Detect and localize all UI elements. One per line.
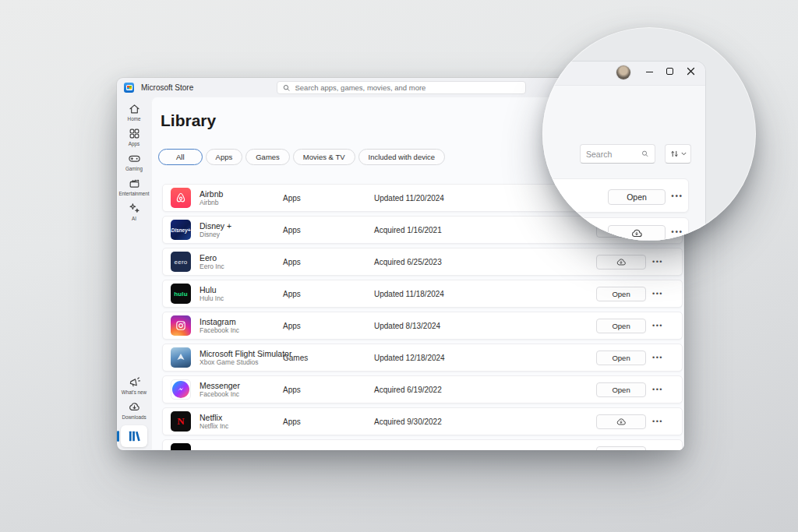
app-status: Acquired 6/19/2022 xyxy=(374,386,596,394)
app-status: Updated 12/18/2024 xyxy=(374,354,596,362)
download-button[interactable] xyxy=(596,414,646,429)
app-status: Acquired 4/21/2023 xyxy=(374,449,596,451)
app-status: Updated 8/13/2024 xyxy=(374,322,596,330)
more-options-button[interactable]: ••• xyxy=(669,192,686,200)
app-status: Acquired 9/30/2022 xyxy=(374,417,596,426)
disney-plus-app-icon: Disney+ xyxy=(171,220,191,240)
sidebar-item-ai[interactable]: AI xyxy=(118,202,150,221)
search-icon xyxy=(283,84,290,92)
filter-pill-apps[interactable]: Apps xyxy=(206,149,243,165)
store-search-box[interactable] xyxy=(277,81,526,94)
more-options-button[interactable]: ••• xyxy=(652,290,663,298)
gaming-icon xyxy=(128,152,141,165)
sidebar-label: Gaming xyxy=(125,166,143,171)
flight-simulator-app-icon xyxy=(171,347,191,368)
open-button[interactable]: Open xyxy=(596,351,646,365)
library-row-netflix: N NetflixNetflix Inc Apps Acquired 9/30/… xyxy=(162,407,683,435)
app-status: Updated 11/18/2024 xyxy=(374,290,596,298)
apps-icon xyxy=(128,127,141,140)
app-name: Disney + xyxy=(200,221,283,231)
sidebar-item-whats-new[interactable]: What's new xyxy=(118,375,150,395)
more-options-button[interactable]: ••• xyxy=(652,417,663,425)
sort-dropdown-button[interactable] xyxy=(665,144,691,164)
sidebar-item-apps[interactable]: Apps xyxy=(118,127,150,146)
app-type: Apps xyxy=(283,322,374,330)
open-button[interactable]: Open xyxy=(596,287,646,301)
library-row-messenger: MessengerFacebook Inc Apps Acquired 6/19… xyxy=(162,375,683,403)
library-books-icon xyxy=(127,429,141,443)
sidebar-label: Entertainment xyxy=(118,191,149,196)
icon-text: hulu xyxy=(174,291,188,298)
open-button[interactable]: Open xyxy=(596,319,646,333)
entertainment-icon xyxy=(128,177,141,190)
filter-pill-games[interactable]: Games xyxy=(245,149,290,165)
filter-pill-included[interactable]: Included with device xyxy=(358,149,446,165)
window-title: Microsoft Store xyxy=(141,83,193,92)
open-button[interactable]: Open xyxy=(596,382,646,397)
downloads-icon xyxy=(128,400,141,414)
chevron-down-icon xyxy=(681,151,687,157)
sidebar-item-entertainment[interactable]: Entertainment xyxy=(118,177,150,196)
icon-text: eero xyxy=(174,259,187,266)
sidebar-label: AI xyxy=(132,216,136,221)
app-name: Netflix xyxy=(200,413,283,422)
home-icon xyxy=(128,102,141,115)
messenger-app-icon xyxy=(171,379,191,400)
sidebar-label: What's new xyxy=(122,389,147,395)
hulu-app-icon: hulu xyxy=(171,284,191,304)
minimize-button[interactable] xyxy=(646,72,653,72)
library-search-box[interactable] xyxy=(580,144,655,164)
more-options-button[interactable]: ••• xyxy=(652,449,663,450)
app-type: Apps xyxy=(283,258,374,266)
app-type: Apps xyxy=(283,226,374,234)
cloud-download-icon xyxy=(616,417,627,426)
sidebar-item-home[interactable]: Home xyxy=(118,102,150,122)
filter-pill-all[interactable]: All xyxy=(158,149,203,165)
desktop-background: Microsoft Store Home Apps Gaming xyxy=(0,0,798,532)
cloud-download-icon xyxy=(630,227,643,238)
library-search-input[interactable] xyxy=(586,150,641,159)
sidebar-item-library-selected[interactable] xyxy=(121,425,147,447)
library-row-instagram: InstagramFacebook Inc Apps Updated 8/13/… xyxy=(162,312,683,340)
app-publisher: Netflix Inc xyxy=(200,422,283,430)
download-button[interactable] xyxy=(596,255,646,270)
app-type: Games xyxy=(283,354,374,362)
library-row-msfs: Microsoft Flight SimulatorXbox Game Stud… xyxy=(162,344,683,372)
cloud-download-icon xyxy=(616,257,627,266)
close-button[interactable] xyxy=(687,67,695,76)
app-type: Apps xyxy=(283,290,374,298)
more-options-button[interactable]: ••• xyxy=(669,227,686,236)
icon-text: Disney+ xyxy=(171,227,190,233)
sidebar-item-downloads[interactable]: Downloads xyxy=(118,400,150,420)
more-options-button[interactable]: ••• xyxy=(652,258,663,266)
app-name: Instagram xyxy=(200,317,283,326)
app-publisher: Facebook Inc xyxy=(200,390,283,398)
app-publisher: Disney xyxy=(200,231,283,238)
account-avatar[interactable] xyxy=(616,65,630,79)
open-button[interactable]: Open xyxy=(608,189,666,205)
store-search-input[interactable] xyxy=(295,83,520,92)
app-type: Apps xyxy=(283,194,374,203)
download-button[interactable] xyxy=(596,446,646,451)
more-options-button[interactable]: ••• xyxy=(652,354,663,361)
app-name: Messenger xyxy=(200,381,283,390)
sort-arrows-icon xyxy=(670,150,679,158)
filter-pill-movies-tv[interactable]: Movies & TV xyxy=(293,149,355,165)
sidebar: Home Apps Gaming Entertainment AI xyxy=(117,97,151,450)
eero-app-icon: eero xyxy=(171,252,191,272)
whats-new-icon xyxy=(128,375,141,389)
maximize-button[interactable] xyxy=(666,68,673,75)
tidal-app-icon: TIDAL xyxy=(171,443,191,450)
cloud-download-icon xyxy=(616,449,627,450)
more-options-button[interactable]: ••• xyxy=(652,386,663,393)
library-row-tidal: TIDAL Tidal Apps Acquired 4/21/2023 ••• xyxy=(162,439,683,450)
app-publisher: Xbox Game Studios xyxy=(200,358,283,366)
app-publisher: Facebook Inc xyxy=(200,326,283,334)
sidebar-item-gaming[interactable]: Gaming xyxy=(118,152,150,171)
more-options-button[interactable]: ••• xyxy=(652,322,663,329)
app-name: Microsoft Flight Simulator xyxy=(200,349,283,358)
magnifier-zoom-overlay: Open ••• ••• xyxy=(542,27,756,241)
app-status: Acquired 6/25/2023 xyxy=(374,258,596,266)
sidebar-label: Home xyxy=(128,116,141,122)
app-publisher: Eero Inc xyxy=(200,262,283,270)
